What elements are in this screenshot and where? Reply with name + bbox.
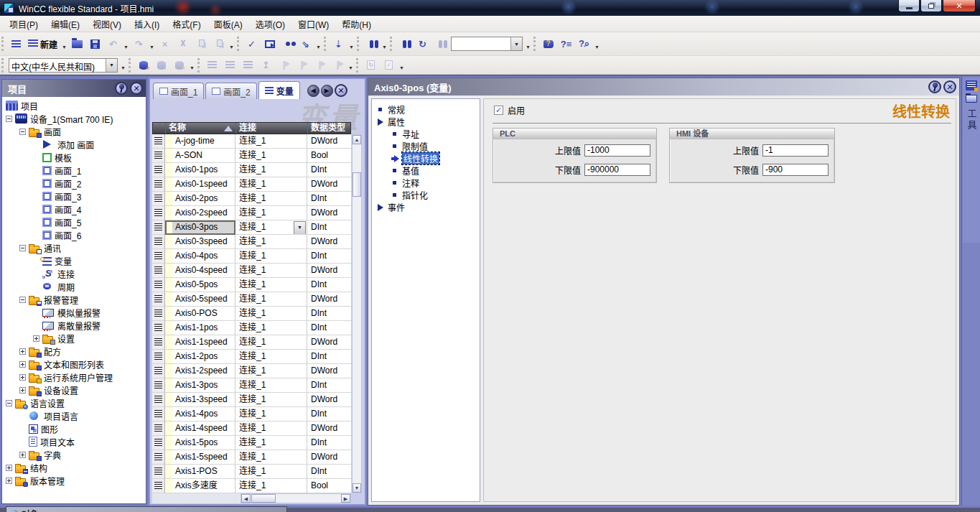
cell-datatype[interactable]: DWord (307, 422, 351, 436)
hmi-lower-limit-input[interactable] (762, 164, 829, 176)
table-header-connection[interactable]: 连接 (236, 123, 308, 134)
cell-connection[interactable]: 连接_1 (235, 220, 307, 235)
cell-name[interactable]: A-jog-time (165, 134, 235, 149)
table-row[interactable]: Axis0-3pos 连接_1 DInt (152, 220, 351, 235)
tab-screen-2[interactable]: 画面_2 (205, 83, 256, 99)
expand-toggle-icon[interactable] (19, 374, 26, 381)
table-row[interactable]: Axis1-4pos 连接_1 DInt (152, 407, 351, 422)
row-handle[interactable] (152, 450, 165, 465)
table-row[interactable]: Axis1-2pos 连接_1 DInt (152, 350, 351, 364)
menu-item[interactable]: 窗口(W) (291, 16, 335, 32)
row-handle[interactable] (152, 192, 165, 206)
cell-connection[interactable]: 连接_1 (235, 134, 307, 149)
menu-item[interactable]: 视图(V) (86, 16, 128, 32)
cell-datatype[interactable]: DWord (307, 235, 351, 249)
tree-item[interactable]: 运行系统用户管理 (2, 371, 146, 383)
row-handle[interactable] (152, 163, 165, 177)
pin-icon[interactable] (928, 80, 941, 93)
cell-name[interactable]: Axis0-5speed (165, 292, 235, 307)
plc-upper-limit-input[interactable] (584, 144, 650, 157)
cell-connection[interactable]: 连接_1 (235, 307, 307, 321)
cell-name[interactable]: Axis0-4speed (165, 264, 235, 278)
properties-tree-item[interactable]: 常规 (372, 103, 480, 116)
page-refresh-icon[interactable]: ↻ (363, 57, 379, 73)
flag-dropdown-caret[interactable]: ▼ (347, 57, 355, 73)
cell-datatype[interactable]: DInt (307, 192, 351, 206)
db-dropdown-caret[interactable]: ▼ (188, 57, 196, 73)
tree-item[interactable]: 模拟量报警 (2, 306, 146, 319)
row-handle[interactable] (152, 407, 165, 422)
sort-icon[interactable]: ⇣ (330, 36, 347, 52)
new-dropdown-caret[interactable]: ▼ (60, 36, 68, 52)
row-handle[interactable] (152, 479, 165, 493)
cell-connection[interactable]: 连接_1 (235, 264, 307, 278)
tree-item[interactable]: 项目 (2, 99, 146, 112)
cell-name[interactable]: Axis0-4pos (165, 249, 235, 264)
cell-name[interactable]: Axis0-2pos (165, 192, 235, 206)
consistency-check-icon[interactable]: ✓ (243, 36, 260, 52)
cell-connection[interactable]: 连接_1 (235, 206, 307, 220)
redo-icon[interactable]: ↷ (131, 36, 147, 52)
table-row[interactable]: Axis0-1speed 连接_1 DWord (152, 177, 351, 192)
scroll-down-icon[interactable]: ▼ (353, 483, 361, 493)
cell-connection[interactable]: 连接_1 (235, 163, 307, 177)
tree-item[interactable]: 文本和图形列表 (2, 358, 146, 371)
cell-datatype[interactable]: DWord (307, 393, 351, 407)
cell-name[interactable]: Axis0-1speed (165, 177, 235, 192)
db-add-icon[interactable]: + (135, 57, 151, 73)
flag-prev-icon[interactable] (312, 57, 328, 73)
cell-name[interactable]: Axis多速度 (165, 479, 235, 493)
cell-connection[interactable]: 连接_1 (235, 422, 307, 436)
tree-item[interactable]: 版本管理 (2, 474, 146, 487)
properties-tree-item[interactable]: 属性 (372, 116, 480, 128)
tree-item[interactable]: 设置 (2, 332, 146, 345)
tree-item[interactable]: 通讯 (2, 241, 146, 254)
cell-connection[interactable]: 连接_1 (235, 177, 307, 192)
scroll-up-icon[interactable]: ▲ (353, 135, 361, 144)
cell-connection[interactable]: 连接_1 (235, 249, 307, 264)
indent-increase-icon[interactable] (204, 57, 220, 73)
cell-connection[interactable]: 连接_1 (235, 407, 307, 422)
checklist-icon[interactable]: ✓ (381, 57, 397, 73)
properties-tree-item[interactable]: 基值 (372, 164, 480, 177)
flag-icon[interactable] (276, 57, 292, 73)
db-delete-icon[interactable]: × (171, 57, 187, 73)
cell-datatype[interactable]: Bool (307, 479, 351, 493)
cell-connection[interactable]: 连接_1 (235, 436, 307, 450)
table-row[interactable]: Axis1-1pos 连接_1 DInt (152, 321, 351, 335)
cell-datatype[interactable]: DInt (307, 163, 351, 177)
hmi-upper-limit-input[interactable] (762, 144, 829, 157)
row-handle[interactable] (152, 436, 165, 450)
tree-item[interactable]: 配方 (2, 345, 146, 358)
tree-item[interactable]: 图形 (2, 422, 146, 435)
menu-item[interactable]: 格式(F) (166, 16, 207, 32)
tree-item[interactable]: 项目语言 (2, 409, 146, 422)
help-book-icon[interactable] (540, 36, 556, 52)
row-handle[interactable] (152, 177, 165, 192)
table-row[interactable]: Axis1-5pos 连接_1 DInt (152, 436, 351, 450)
scroll-right-icon[interactable]: ▶ (341, 494, 350, 503)
align-lines-icon[interactable] (240, 57, 256, 73)
title-bar[interactable]: WinCC flexible Standard - 项目.hmi ✕ (0, 0, 980, 16)
cell-datatype[interactable]: DWord (307, 134, 351, 149)
cell-name[interactable]: Axis1-POS (165, 465, 235, 479)
cell-connection[interactable]: 连接_1 (235, 192, 307, 206)
cell-name[interactable]: Axis0-POS (165, 307, 235, 321)
row-handle[interactable] (152, 335, 165, 350)
find-icon[interactable] (396, 36, 413, 52)
properties-tree-item[interactable]: 寻址 (372, 128, 480, 140)
cell-datatype[interactable]: DInt (307, 465, 351, 479)
expand-toggle-icon[interactable] (19, 297, 26, 303)
row-handle[interactable] (152, 278, 165, 292)
table-row[interactable]: Axis0-3speed 连接_1 DWord (152, 235, 351, 249)
undo-dropdown-caret[interactable]: ▼ (122, 36, 130, 52)
move-up-icon[interactable]: ↥ (258, 57, 274, 73)
toolbar-handle[interactable] (357, 37, 361, 51)
cell-name[interactable]: Axis0-1pos (165, 163, 235, 177)
toolbar-handle[interactable] (1, 37, 6, 51)
copy-icon[interactable] (192, 36, 209, 52)
table-row[interactable]: Axis1-1speed 连接_1 DWord (152, 335, 351, 350)
table-row[interactable]: Axis多速度 连接_1 Bool (152, 479, 351, 493)
transfer-dropdown-caret[interactable]: ▼ (314, 36, 322, 52)
find-next-icon[interactable] (432, 36, 449, 52)
